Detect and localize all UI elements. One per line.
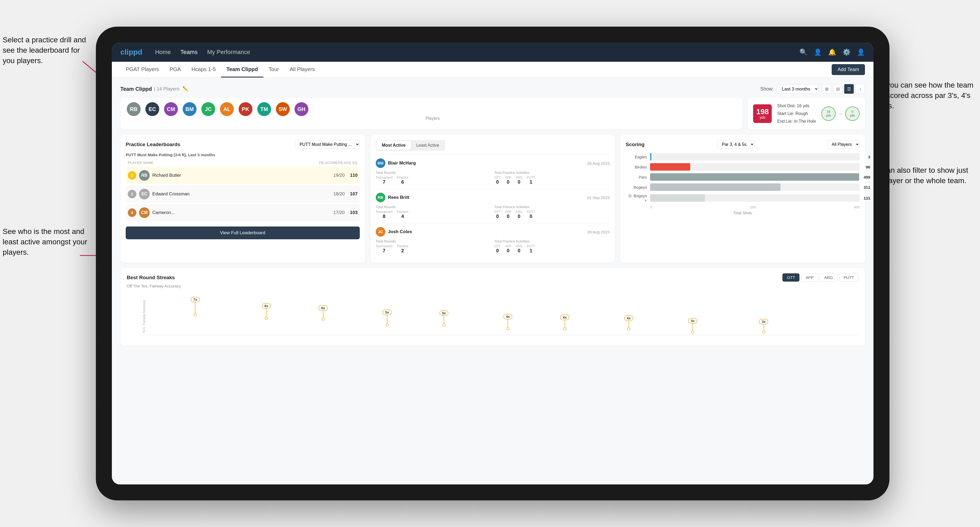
most-active-toggle[interactable]: Most Active bbox=[377, 141, 411, 150]
edit-icon[interactable]: ✏️ bbox=[182, 86, 188, 92]
best-round-streaks-card: Best Round Streaks OTT APP ARG PUTT Off … bbox=[120, 268, 865, 346]
sub-nav-all-players[interactable]: All Players bbox=[285, 62, 320, 78]
practice-col-2: Practice 4 bbox=[397, 210, 408, 219]
nav-item-teams[interactable]: Teams bbox=[180, 49, 197, 56]
brs-filter-ott[interactable]: OTT bbox=[783, 273, 799, 282]
brs-filter-arg[interactable]: ARG bbox=[820, 273, 838, 282]
practice-col-3: Practice 2 bbox=[397, 244, 408, 254]
grid-icon[interactable]: ⊞ bbox=[822, 84, 831, 94]
brs-header: Best Round Streaks OTT APP ARG PUTT bbox=[127, 273, 859, 282]
bar-track-pars: 499 bbox=[650, 173, 860, 181]
bar-fill-pars bbox=[650, 173, 859, 181]
bar-fill-dbogeys bbox=[650, 194, 705, 202]
sub-nav-team-clippd[interactable]: Team Clippd bbox=[221, 62, 263, 78]
nav-item-performance[interactable]: My Performance bbox=[207, 49, 250, 56]
pa-stats-3: Total Rounds Tournament 7 Practice 2 bbox=[376, 239, 610, 254]
nav-items: Home Teams My Performance bbox=[155, 49, 799, 56]
arg-col-1: ARG 0 bbox=[515, 176, 522, 185]
avatar-4[interactable]: BM bbox=[183, 102, 197, 116]
bar-track-bogeys: 311 bbox=[650, 183, 860, 191]
avatar-2[interactable]: EC bbox=[145, 102, 159, 116]
chart-axis: 0 200 400 bbox=[625, 205, 860, 209]
brs-dot-group-3: 6x bbox=[318, 305, 328, 321]
brs-dot-group-5: 5x bbox=[439, 310, 449, 327]
players-section: RB EC CM BM JC AL PK TM SW GH Players bbox=[120, 98, 865, 129]
nav-bar: clippd Home Teams My Performance 🔍 👤 🔔 ⚙… bbox=[112, 43, 873, 62]
team-title: Team Clippd bbox=[120, 86, 152, 92]
bar-fill-birdies bbox=[650, 163, 690, 171]
lb-row-3[interactable]: 3 CM Cameron... 17/20 103 bbox=[126, 204, 360, 221]
brs-dot-group-1: 7x bbox=[191, 297, 200, 316]
sub-nav-pgat[interactable]: PGAT Players bbox=[120, 62, 164, 78]
putt-col-3: PUTT 1 bbox=[527, 244, 535, 254]
grid2-icon[interactable]: ⊟ bbox=[833, 84, 843, 94]
drill-select[interactable]: PUTT Must Make Putting ... bbox=[295, 140, 360, 149]
brs-chart-area: 7x 6x 6x bbox=[148, 292, 859, 335]
nav-item-home[interactable]: Home bbox=[155, 49, 171, 56]
brs-dot-group-9: 3x bbox=[688, 318, 697, 334]
lb-avatar-1: RB bbox=[139, 170, 150, 181]
bar-row-bogeys: Bogeys 311 bbox=[625, 183, 860, 191]
view-icons: ⊞ ⊟ ☰ ↕ bbox=[822, 84, 865, 94]
add-team-button[interactable]: Add Team bbox=[832, 64, 865, 75]
tournament-col-1: Tournament 7 bbox=[376, 176, 393, 185]
avatar-5[interactable]: JC bbox=[201, 102, 215, 116]
avatar-6[interactable]: AL bbox=[220, 102, 234, 116]
activity-item-2: RB Rees Britt 02 Sep 2023 Total Rounds T… bbox=[376, 189, 610, 223]
app-col-1: APP 0 bbox=[505, 176, 511, 185]
user-icon[interactable]: 👤 bbox=[814, 48, 822, 56]
view-full-leaderboard-button[interactable]: View Full Leaderboard bbox=[126, 227, 360, 239]
shot-circles: 16 yds → 0 yds bbox=[821, 106, 860, 121]
avatar-1[interactable]: RB bbox=[127, 102, 141, 116]
team-count: | 14 Players bbox=[154, 86, 180, 92]
shot-circle-2: 0 yds bbox=[845, 106, 860, 121]
main-content: Team Clippd | 14 Players ✏️ Show: Last 3… bbox=[112, 78, 873, 484]
lb-row-2[interactable]: 2 EC Edward Crossman 18/20 107 bbox=[126, 186, 360, 203]
lb-row-1[interactable]: 1 RB Richard Butler 19/20 110 bbox=[126, 167, 360, 184]
app-col-2: APP 0 bbox=[505, 210, 511, 219]
nav-icons: 🔍 👤 🔔 ⚙️ 👤 bbox=[799, 48, 865, 56]
sub-nav-tour[interactable]: Tour bbox=[263, 62, 285, 78]
sort-icon[interactable]: ↕ bbox=[855, 84, 865, 94]
avatar-9[interactable]: SW bbox=[276, 102, 290, 116]
leaderboard-title: Practice Leaderboards bbox=[126, 141, 180, 148]
brs-filter-app[interactable]: APP bbox=[801, 273, 818, 282]
show-filter: Show: Last 3 months ⊞ ⊟ ☰ ↕ bbox=[760, 84, 865, 94]
least-active-toggle[interactable]: Least Active bbox=[411, 141, 444, 150]
avatar-10[interactable]: GH bbox=[294, 102, 309, 116]
scoring-par-filter[interactable]: Par 3, 4 & 5s bbox=[718, 140, 754, 149]
avatar-7[interactable]: PK bbox=[239, 102, 253, 116]
avatar-icon[interactable]: 👤 bbox=[857, 48, 865, 56]
avatar-3[interactable]: CM bbox=[164, 102, 178, 116]
show-select[interactable]: Last 3 months bbox=[777, 84, 819, 94]
total-rounds-group-1: Total Rounds Tournament 7 Practice 6 bbox=[376, 171, 491, 185]
settings-icon[interactable]: ⚙️ bbox=[843, 48, 851, 56]
sub-nav-pga[interactable]: PGA bbox=[164, 62, 186, 78]
nav-logo: clippd bbox=[120, 48, 142, 56]
shot-info-card: 198 yds Shot Dist: 16 yds Start Lie: Rou… bbox=[748, 98, 865, 129]
putt-col-1: PUTT 1 bbox=[527, 176, 535, 185]
search-icon[interactable]: 🔍 bbox=[799, 48, 807, 56]
brs-dot-group-6: 4x bbox=[503, 314, 512, 330]
total-rounds-group-3: Total Rounds Tournament 7 Practice 2 bbox=[376, 239, 491, 254]
scoring-player-filter[interactable]: All Players bbox=[827, 140, 860, 149]
players-label: Players bbox=[129, 116, 736, 121]
scoring-card: Scoring Par 3, 4 & 5s All Players Eagles bbox=[620, 135, 865, 263]
rounds-values-1: Tournament 7 Practice 6 bbox=[376, 176, 491, 185]
lb-rank-2: 2 bbox=[128, 190, 136, 198]
lb-avatar-3: CM bbox=[139, 207, 150, 218]
list-icon[interactable]: ☰ bbox=[844, 84, 854, 94]
tournament-col-3: Tournament 7 bbox=[376, 244, 393, 254]
pa-avatar-3: JC bbox=[376, 227, 385, 237]
leaderboard-subtitle: PUTT Must Make Putting (3-6 ft), Last 3 … bbox=[126, 152, 360, 157]
brs-filter-putt[interactable]: PUTT bbox=[839, 273, 859, 282]
putt-col-2: PUTT 0 bbox=[527, 210, 535, 219]
players-avatars-card: RB EC CM BM JC AL PK TM SW GH Players bbox=[120, 98, 743, 129]
pa-header-2: RB Rees Britt 02 Sep 2023 bbox=[376, 193, 610, 202]
brs-title: Best Round Streaks bbox=[127, 275, 175, 281]
pa-avatar-1: BM bbox=[376, 158, 385, 168]
sub-nav-hcaps[interactable]: Hcaps 1-5 bbox=[186, 62, 221, 78]
avatar-8[interactable]: TM bbox=[257, 102, 271, 116]
bell-icon[interactable]: 🔔 bbox=[828, 48, 836, 56]
brs-filter-group: OTT APP ARG PUTT bbox=[783, 273, 859, 282]
